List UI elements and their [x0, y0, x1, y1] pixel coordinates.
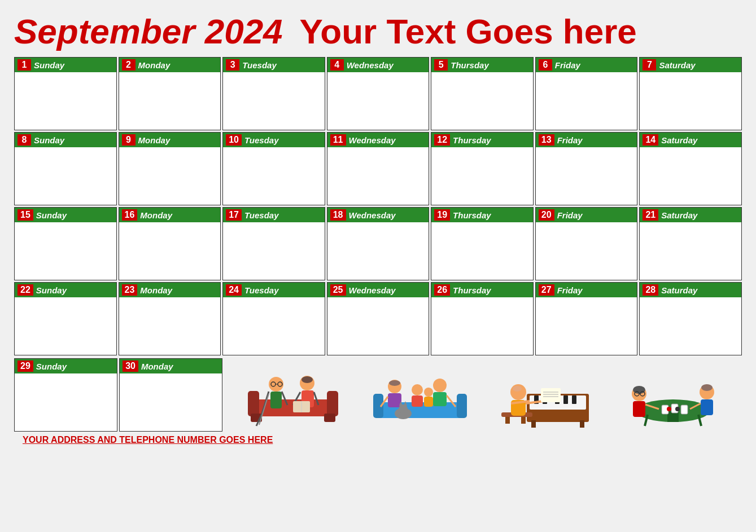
svg-rect-28: [433, 392, 447, 406]
day-cell-19: 19Thursday: [431, 207, 534, 280]
svg-point-26: [389, 380, 400, 386]
day-name-6: Friday: [555, 60, 580, 70]
day-body-27: [536, 297, 637, 355]
day-header-8: 8Sunday: [15, 133, 116, 147]
day-header-30: 30 Monday: [120, 359, 222, 373]
day-body-3: [223, 72, 325, 130]
day-name-11: Wednesday: [349, 135, 396, 145]
day-body-9: [119, 147, 221, 205]
day-cell-14: 14Saturday: [639, 132, 742, 205]
svg-point-67: [667, 407, 671, 411]
tagline-text: Your Text Goes here: [300, 11, 637, 51]
day-number-10: 10: [226, 134, 242, 146]
bottom-section: 29 Sunday 30 Monday: [6, 358, 750, 432]
day-cell-20: 20Friday: [535, 207, 638, 280]
day-name-21: Saturday: [661, 210, 697, 220]
day-name-23: Monday: [140, 285, 172, 295]
svg-rect-45: [572, 395, 576, 404]
day-number-17: 17: [226, 209, 242, 221]
day-cell-22: 22Sunday: [14, 282, 117, 355]
day-body-24: [223, 297, 325, 355]
day-number-24: 24: [226, 284, 242, 296]
day-number-7: 7: [643, 59, 656, 71]
day-header-17: 17Tuesday: [223, 208, 325, 222]
day-number-6: 6: [539, 59, 552, 71]
day-number-16: 16: [122, 209, 138, 221]
day-body-22: [15, 297, 116, 355]
svg-point-31: [424, 388, 433, 397]
illustration-1: [245, 363, 341, 428]
footer-address: YOUR ADDRESS AND TELEPHONE NUMBER GOES H…: [14, 432, 281, 447]
day-number-21: 21: [643, 209, 658, 221]
day-body-26: [431, 297, 533, 355]
day-number-26: 26: [434, 284, 450, 296]
svg-point-34: [399, 405, 408, 414]
svg-rect-47: [580, 420, 584, 428]
day-name-14: Saturday: [661, 135, 697, 145]
day-number-15: 15: [18, 209, 33, 221]
footer-section: YOUR ADDRESS AND TELEPHONE NUMBER GOES H…: [6, 432, 750, 448]
day-name-2: Monday: [138, 60, 171, 70]
day-name-18: Wednesday: [349, 210, 396, 220]
day-cell-26: 26Thursday: [431, 282, 534, 355]
day-body-6: [536, 72, 637, 130]
day-body-8: [15, 147, 116, 205]
day-header-12: 12Thursday: [431, 133, 533, 147]
svg-rect-30: [412, 395, 423, 407]
day-header-19: 19Thursday: [431, 208, 533, 222]
month-year-title: September 2024: [14, 11, 283, 51]
day-number-19: 19: [434, 209, 450, 221]
day-body-19: [431, 222, 533, 280]
day-header-7: 7Saturday: [640, 58, 741, 72]
illustration-4: [625, 363, 721, 428]
day-name-9: Monday: [138, 135, 171, 145]
day-number-12: 12: [434, 134, 450, 146]
day-name-22: Sunday: [36, 285, 67, 295]
day-name-20: Friday: [557, 210, 583, 220]
day-number-30: 30: [123, 360, 138, 372]
svg-rect-50: [521, 417, 526, 424]
svg-rect-4: [324, 414, 335, 422]
svg-point-68: [675, 407, 680, 411]
day-header-1: 1Sunday: [15, 58, 116, 72]
day-cell-29: 29 Sunday: [14, 358, 117, 432]
day-body-2: [119, 72, 221, 130]
day-cell-16: 16Monday: [119, 207, 221, 280]
day-cell-12: 12Thursday: [431, 132, 534, 205]
day-name-24: Tuesday: [244, 285, 279, 295]
day-header-9: 9Monday: [119, 133, 221, 147]
day-name-15: Sunday: [36, 210, 67, 220]
svg-point-52: [513, 386, 522, 392]
day-name-10: Tuesday: [244, 135, 279, 145]
day-cell-28: 28Saturday: [639, 282, 742, 355]
day-body-1: [15, 72, 116, 130]
svg-rect-44: [563, 395, 568, 404]
svg-point-29: [412, 384, 423, 395]
day-cell-8: 8Sunday: [14, 132, 117, 205]
day-header-20: 20Friday: [536, 208, 637, 222]
day-body-12: [431, 147, 533, 205]
day-number-18: 18: [330, 209, 346, 221]
day-header-15: 15Sunday: [15, 208, 116, 222]
day-header-18: 18Wednesday: [327, 208, 429, 222]
svg-rect-70: [633, 401, 645, 417]
day-number-27: 27: [539, 284, 554, 296]
day-header-26: 26Thursday: [431, 283, 533, 297]
day-header-3: 3Tuesday: [223, 58, 325, 72]
day-number-20: 20: [539, 209, 554, 221]
day-header-2: 2Monday: [119, 58, 221, 72]
day-body-7: [640, 72, 741, 130]
day-body-10: [223, 147, 325, 205]
day-header-21: 21Saturday: [640, 208, 741, 222]
svg-rect-66: [681, 405, 688, 414]
day-header-16: 16Monday: [119, 208, 221, 222]
day-header-24: 24Tuesday: [223, 283, 325, 297]
day-cell-11: 11Wednesday: [327, 132, 430, 205]
day-name-7: Saturday: [659, 60, 695, 70]
day-number-14: 14: [643, 134, 658, 146]
day-body-25: [327, 297, 429, 355]
day-header-23: 23Monday: [119, 283, 221, 297]
day-body-21: [640, 222, 741, 280]
day-name-8: Sunday: [34, 135, 64, 145]
day-cell-3: 3Tuesday: [222, 57, 325, 130]
